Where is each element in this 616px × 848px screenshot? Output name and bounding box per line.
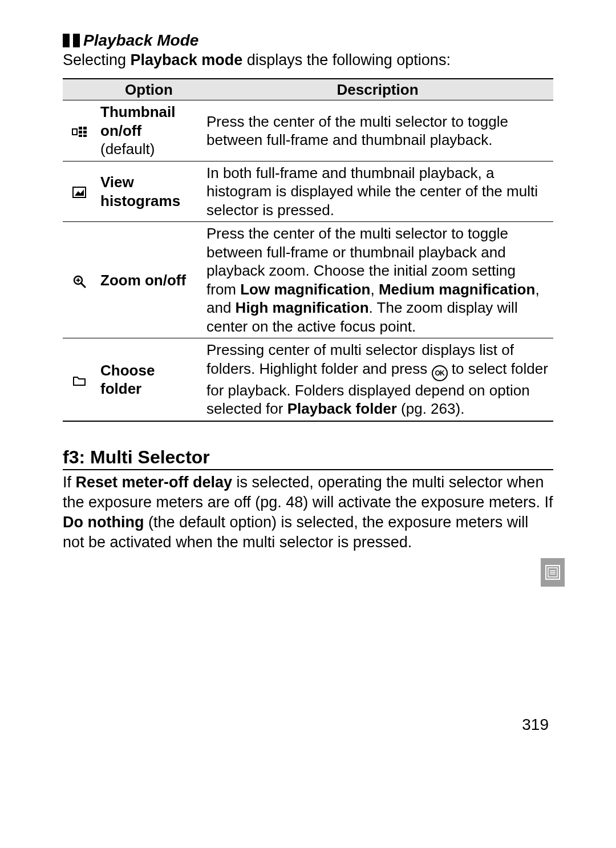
svg-line-11 bbox=[81, 283, 85, 287]
zoom-icon bbox=[63, 222, 96, 338]
playback-options-table: Option Description Thumbnail on/off (def… bbox=[63, 78, 553, 422]
description-cell: Pressing center of multi selector displa… bbox=[202, 338, 553, 421]
svg-rect-5 bbox=[83, 131, 87, 134]
svg-rect-7 bbox=[83, 135, 87, 137]
table-row: Zoom on/offPress the center of the multi… bbox=[63, 222, 553, 338]
section-title: Playback Mode bbox=[83, 31, 198, 50]
svg-rect-4 bbox=[79, 131, 82, 134]
table-header-description: Description bbox=[202, 79, 553, 100]
table-row: View histogramsIn both full-frame and th… bbox=[63, 161, 553, 222]
section-intro: Selecting Playback mode displays the fol… bbox=[63, 51, 553, 70]
section-heading: Playback Mode bbox=[63, 31, 553, 50]
heading-marker bbox=[73, 34, 80, 47]
intro-text-pre: Selecting bbox=[63, 51, 131, 68]
svg-marker-9 bbox=[75, 189, 84, 196]
intro-text-bold: Playback mode bbox=[131, 51, 243, 68]
option-label-bold: View histograms bbox=[100, 173, 180, 209]
option-cell: View histograms bbox=[96, 161, 202, 222]
svg-rect-3 bbox=[83, 127, 87, 130]
para-bold: Do nothing bbox=[63, 514, 144, 531]
heading-marker bbox=[63, 34, 70, 47]
manual-page: Playback Mode Selecting Playback mode di… bbox=[0, 0, 616, 848]
ok-button-icon: OK bbox=[432, 365, 448, 381]
option-cell: Zoom on/off bbox=[96, 222, 202, 338]
folder-icon bbox=[63, 338, 96, 421]
option-cell: Choose folder bbox=[96, 338, 202, 421]
svg-rect-2 bbox=[79, 127, 82, 130]
svg-rect-1 bbox=[73, 130, 76, 134]
para-text: If bbox=[63, 474, 76, 491]
table-header-option: Option bbox=[96, 79, 202, 100]
table-row: Choose folderPressing center of multi se… bbox=[63, 338, 553, 421]
table-row: Thumbnail on/off (default)Press the cent… bbox=[63, 100, 553, 161]
page-number: 319 bbox=[522, 716, 549, 734]
option-label-bold: Thumbnail on/off bbox=[100, 103, 175, 139]
custom-setting-paragraph: If Reset meter-off delay is selected, op… bbox=[63, 473, 553, 552]
histogram-icon bbox=[63, 161, 96, 222]
table-header-icon bbox=[63, 79, 96, 100]
svg-rect-6 bbox=[79, 135, 82, 137]
thumbnail-icon bbox=[63, 100, 96, 161]
option-label-bold: Zoom on/off bbox=[100, 272, 186, 289]
option-label-bold: Choose folder bbox=[100, 362, 155, 398]
custom-setting-heading: f3: Multi Selector bbox=[63, 447, 553, 470]
description-cell: Press the center of the multi selector t… bbox=[202, 222, 553, 338]
intro-text-post: displays the following options: bbox=[242, 51, 451, 68]
table-header-row: Option Description bbox=[63, 79, 553, 100]
option-cell: Thumbnail on/off (default) bbox=[96, 100, 202, 161]
description-cell: In both full-frame and thumbnail playbac… bbox=[202, 161, 553, 222]
description-cell: Press the center of the multi selector t… bbox=[202, 100, 553, 161]
para-bold: Reset meter-off delay bbox=[76, 474, 233, 491]
option-label-note: (default) bbox=[100, 140, 155, 158]
menu-tab-icon bbox=[541, 558, 565, 587]
